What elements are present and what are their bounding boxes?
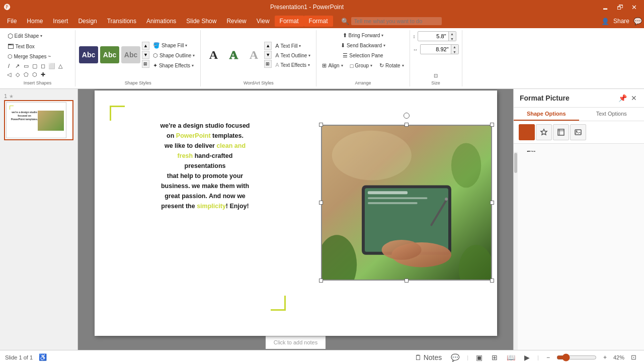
height-up[interactable]: ▲ — [449, 31, 456, 36]
menu-animations[interactable]: Animations — [141, 16, 181, 27]
comments-button[interactable]: 💬 — [448, 352, 462, 363]
handle-bottomleft[interactable] — [319, 279, 323, 283]
notes-area[interactable]: Click to add notes — [266, 336, 326, 349]
styles-expand[interactable]: ⊞ — [142, 60, 149, 68]
shape-arrow[interactable]: ↗ — [14, 62, 22, 70]
shape-rounded-rect[interactable]: ▢ — [31, 62, 39, 70]
shape-tri[interactable]: △ — [56, 62, 64, 70]
shape-rect2[interactable]: ◻ — [39, 62, 47, 70]
accessibility-icon[interactable]: ♿ — [39, 353, 47, 361]
menu-transitions[interactable]: Transitions — [102, 16, 141, 27]
effects-icon-tab[interactable] — [536, 124, 552, 140]
zoom-level-display[interactable]: 42% — [613, 354, 624, 360]
edit-shape-button[interactable]: ⬡ Edit Shape ▾ — [5, 31, 45, 41]
tell-me-input[interactable] — [351, 17, 442, 25]
zoom-slider[interactable] — [556, 353, 597, 361]
wordart-scroll-up[interactable]: ▲ — [264, 42, 272, 50]
handle-middleleft[interactable] — [319, 201, 323, 205]
shape-rect[interactable]: ▭ — [22, 62, 30, 70]
picture-icon-tab[interactable] — [570, 124, 586, 140]
fill-icon-tab[interactable] — [519, 124, 535, 140]
merge-shapes-button[interactable]: ⬡ Merge Shapes ~ — [5, 52, 54, 61]
collapse-button[interactable]: 🗕 — [599, 3, 612, 12]
width-down[interactable]: ▼ — [451, 49, 458, 54]
text-outline-button[interactable]: A Text Outline ▾ — [273, 51, 313, 59]
menu-insert[interactable]: Insert — [48, 16, 73, 27]
size-icon-tab[interactable] — [553, 124, 569, 140]
width-spinner[interactable]: 8.92" ▲ ▼ — [420, 44, 459, 54]
scroll-thumb[interactable] — [514, 153, 517, 173]
shape-para[interactable]: ◇ — [14, 70, 22, 78]
styles-scroll-down[interactable]: ▼ — [142, 51, 149, 59]
wordart-style-3[interactable]: A — [244, 45, 263, 64]
reading-view-button[interactable]: 📖 — [504, 352, 518, 363]
shape-fill-button[interactable]: 🪣 Shape Fill ▾ — [150, 41, 197, 50]
slide-image[interactable] — [321, 125, 492, 281]
panel-close-icon[interactable]: ✕ — [630, 93, 638, 103]
selection-pane-button[interactable]: ☰ Selection Pane — [340, 51, 385, 60]
panel-pin-icon[interactable]: 📌 — [617, 93, 628, 103]
restore-button[interactable]: 🗗 — [614, 3, 626, 12]
rotate-button[interactable]: ↻ Rotate ▾ — [377, 61, 406, 70]
handle-topleft[interactable] — [319, 123, 323, 127]
slideshow-button[interactable]: ▶ — [522, 352, 532, 363]
send-backward-button[interactable]: ⬇ Send Backward ▾ — [338, 41, 388, 50]
zoom-out-button[interactable]: − — [544, 353, 552, 362]
handle-middleright[interactable] — [490, 201, 494, 205]
shape-hex[interactable]: ⬡ — [31, 70, 39, 78]
tab-shape-options[interactable]: Shape Options — [514, 108, 579, 121]
rotate-handle[interactable] — [404, 113, 410, 119]
tab-text-options[interactable]: Text Options — [579, 108, 645, 121]
fill-section-header[interactable]: ▼ Fill — [520, 148, 638, 152]
align-button[interactable]: ⊞ Align ▾ — [319, 61, 345, 70]
shape-cylinder[interactable]: ⬜ — [48, 62, 56, 70]
notes-placeholder[interactable]: Click to add notes — [274, 339, 317, 345]
menu-review[interactable]: Review — [221, 16, 251, 27]
text-box-button[interactable]: 🗔 Text Box — [5, 42, 37, 51]
close-button[interactable]: ✕ — [628, 3, 640, 12]
slide-text-block[interactable]: we're a design studio focused on PowerPo… — [110, 121, 301, 211]
comment-icon[interactable]: 💬 — [633, 17, 642, 25]
bring-forward-button[interactable]: ⬆ Bring Forward ▾ — [340, 31, 386, 40]
handle-bottomcenter[interactable] — [405, 279, 409, 283]
slide-canvas[interactable]: we're a design studio focused on PowerPo… — [95, 90, 497, 336]
notes-button[interactable]: 🗒 Notes — [412, 352, 444, 363]
fit-to-window-button[interactable]: ⊡ — [628, 352, 639, 362]
height-spinner[interactable]: 5.8" ▲ ▼ — [418, 31, 456, 41]
menu-home[interactable]: Home — [22, 16, 48, 27]
wordart-style-2[interactable]: A — [224, 45, 243, 64]
menu-format-2[interactable]: Format — [304, 16, 333, 27]
handle-topright[interactable] — [490, 123, 494, 127]
text-effects-button[interactable]: A Text Effects ▾ — [273, 61, 313, 69]
menu-view[interactable]: View — [252, 16, 275, 27]
shape-style-2[interactable]: Abc — [100, 46, 119, 63]
size-dialog-launcher[interactable]: ⊡ — [434, 73, 438, 78]
group-button[interactable]: □ Group ▾ — [348, 61, 375, 70]
slide-sorter-button[interactable]: ⊞ — [489, 352, 500, 363]
shape-penta[interactable]: ⬠ — [22, 70, 30, 78]
shape-outline-button[interactable]: ⬡ Shape Outline ▾ — [150, 51, 197, 60]
selected-image-container[interactable] — [321, 125, 492, 281]
menu-design[interactable]: Design — [73, 16, 102, 27]
shape-style-1[interactable]: Abc — [79, 46, 98, 63]
zoom-in-button[interactable]: + — [601, 353, 609, 362]
menu-format-1[interactable]: Format — [275, 16, 304, 27]
shape-rtri[interactable]: ◁ — [5, 70, 13, 78]
handle-bottomright[interactable] — [490, 279, 494, 283]
menu-slideshow[interactable]: Slide Show — [181, 16, 221, 27]
styles-scroll-up[interactable]: ▲ — [142, 42, 149, 50]
shape-plus[interactable]: ✚ — [39, 70, 47, 78]
shape-style-3[interactable]: Abc — [121, 46, 140, 63]
wordart-style-1[interactable]: A — [204, 45, 223, 64]
height-down[interactable]: ▼ — [449, 36, 456, 41]
shape-effects-button[interactable]: ✦ Shape Effects ▾ — [150, 61, 197, 70]
panel-scrollbar[interactable] — [514, 152, 518, 350]
text-fill-button[interactable]: A Text Fill ▾ — [273, 42, 313, 50]
wordart-scroll-down[interactable]: ▼ — [264, 51, 272, 59]
wordart-expand[interactable]: ⊞ — [264, 60, 272, 68]
width-up[interactable]: ▲ — [451, 44, 458, 49]
shape-line[interactable]: / — [5, 62, 13, 70]
handle-topcenter[interactable] — [405, 123, 409, 127]
share-button[interactable]: Share — [613, 18, 629, 25]
normal-view-button[interactable]: ▣ — [473, 352, 485, 363]
